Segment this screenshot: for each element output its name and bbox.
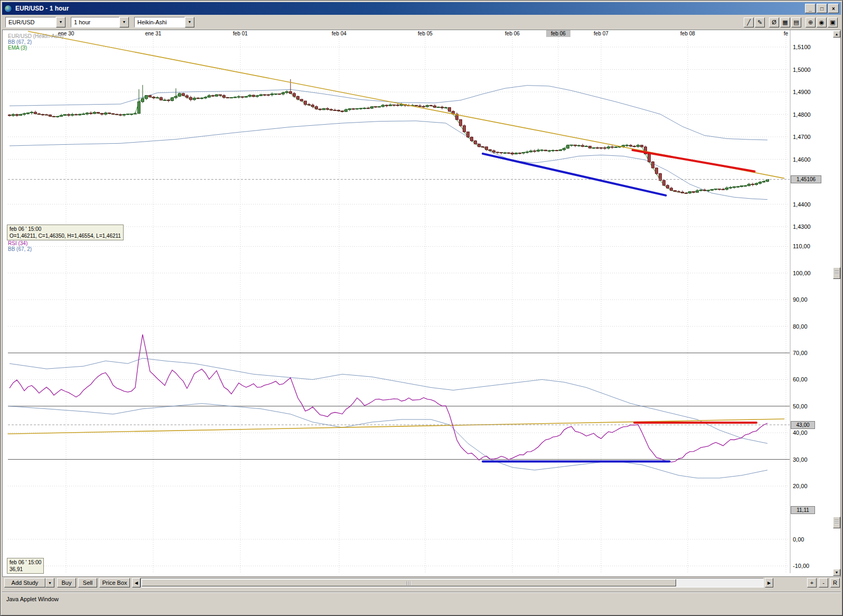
svg-text:-10,00: -10,00 <box>793 563 809 569</box>
draw-line-tool-icon[interactable]: ╱ <box>744 17 754 27</box>
svg-text:feb 06: feb 06 <box>505 31 520 36</box>
svg-text:0,00: 0,00 <box>793 536 804 543</box>
sell-button[interactable]: Sell <box>78 578 97 587</box>
price-axis-labels: 1,51001,50001,49001,48001,47001,46001,44… <box>793 44 811 230</box>
scroll-right-button[interactable]: ▶ <box>765 578 773 587</box>
thumb-grip-icon <box>835 270 839 275</box>
rsi-pane-legend: RSI (34)BB (67, 2) <box>8 240 32 252</box>
maximize-button[interactable]: □ <box>817 4 827 13</box>
price-pane-legend: EUR/USD (Heikin-Ashi)BB (67, 2)EMA (3) <box>8 33 63 51</box>
timeframe-dropdown-arrow-icon[interactable]: ▼ <box>119 17 129 27</box>
date-axis-labels: ene 30ene 31feb 01feb 04feb 05feb 06feb … <box>58 30 789 37</box>
svg-text:100,00: 100,00 <box>793 270 811 276</box>
rsi-tooltip-value: 36,91 <box>10 566 41 573</box>
rsi-tooltip: feb 06 ' 15:00 36,91 <box>7 558 44 574</box>
price-bollinger-bands <box>10 86 767 200</box>
symbol-value[interactable]: EUR/USD <box>5 17 56 27</box>
legend-item: EUR/USD (Heikin-Ashi) <box>8 33 63 39</box>
svg-text:40,00: 40,00 <box>793 430 808 436</box>
svg-text:feb 06: feb 06 <box>551 31 566 36</box>
snap-magnet-icon[interactable]: ◉ <box>817 17 827 27</box>
bottom-toolbar: Add Study ▼ Buy Sell Price Box ◀ ▶ + - R <box>2 577 841 589</box>
window-title: EUR/USD - 1 hour <box>15 5 804 12</box>
svg-text:60,00: 60,00 <box>793 376 808 382</box>
svg-text:80,00: 80,00 <box>793 323 808 330</box>
chart-style-value[interactable]: Heikin-Ashi <box>134 17 185 27</box>
svg-text:1,4700: 1,4700 <box>793 134 811 140</box>
trendline-yellow-rsi[interactable] <box>8 419 785 434</box>
price-tooltip-datetime: feb 06 ' 15:00 <box>10 226 121 232</box>
main-toolbar: EUR/USD ▼ 1 hour ▼ Heikin-Ashi ▼ ╱✎Ø▦▤⊕◉… <box>2 15 841 30</box>
symbol-dropdown-arrow-icon[interactable]: ▼ <box>56 17 65 27</box>
rsi-line <box>10 334 767 462</box>
data-table-icon[interactable]: ▤ <box>791 17 801 27</box>
svg-text:feb 07: feb 07 <box>594 31 608 36</box>
chart-style-combobox[interactable]: Heikin-Ashi ▼ <box>134 17 194 27</box>
symbol-combobox[interactable]: EUR/USD ▼ <box>5 17 65 27</box>
clear-drawings-icon[interactable]: Ø <box>769 17 779 27</box>
rsi-level-lines <box>8 353 790 460</box>
edit-drawings-icon[interactable]: ✎ <box>755 17 765 27</box>
thumb-grip-icon <box>407 581 411 585</box>
rsi-low-badge: 11,11 <box>791 506 815 514</box>
rsi-bollinger-bands <box>10 358 767 478</box>
svg-text:110,00: 110,00 <box>793 243 810 249</box>
svg-text:50,00: 50,00 <box>793 403 808 409</box>
legend-item: BB (67, 2) <box>8 39 63 45</box>
legend-item: BB (67, 2) <box>8 246 32 252</box>
crosshair-icon[interactable]: ⊕ <box>805 17 816 27</box>
ema-line <box>10 91 767 193</box>
candles <box>8 79 769 194</box>
gridlines <box>8 37 790 573</box>
toolbar-icon-group: ╱✎Ø▦▤⊕◉▣ <box>743 17 838 27</box>
legend-item: RSI (34) <box>8 240 32 246</box>
scroll-down-button[interactable]: ▼ <box>833 569 840 576</box>
close-button[interactable]: × <box>828 4 839 13</box>
svg-text:70,00: 70,00 <box>793 350 808 356</box>
grid-icon[interactable]: ▦ <box>780 17 790 27</box>
pane-splitter-handle[interactable] <box>833 517 840 528</box>
status-text: Java Applet Window <box>2 592 841 606</box>
svg-text:feb 05: feb 05 <box>418 31 433 36</box>
svg-text:1,4900: 1,4900 <box>793 89 811 95</box>
timeframe-value[interactable]: 1 hour <box>71 17 119 27</box>
trendline-red-price[interactable] <box>633 150 755 171</box>
rsi-current-badge: 43,00 <box>791 421 815 429</box>
vertical-scrollbar-thumb[interactable] <box>833 267 840 279</box>
chart-area[interactable]: ene 30ene 31feb 01feb 04feb 05feb 06feb … <box>2 30 841 577</box>
legend-item: EMA (3) <box>8 45 63 51</box>
svg-text:30,00: 30,00 <box>793 456 808 463</box>
titlebar[interactable]: EUR/USD - 1 hour _ □ × <box>2 2 841 15</box>
svg-text:feb 01: feb 01 <box>233 31 248 36</box>
status-bar: Java Applet Window <box>2 592 841 614</box>
horizontal-scrollbar-thumb[interactable] <box>142 579 676 586</box>
application-window: EUR/USD - 1 hour _ □ × EUR/USD ▼ 1 hour … <box>0 0 843 616</box>
vertical-scrollbar[interactable]: ▲ ▼ <box>833 31 840 576</box>
svg-text:feb 08: feb 08 <box>680 31 695 36</box>
minimize-button[interactable]: _ <box>805 4 816 13</box>
chart-style-dropdown-arrow-icon[interactable]: ▼ <box>185 17 194 27</box>
horizontal-scrollbar[interactable] <box>140 578 764 587</box>
duplicate-window-icon[interactable]: ▣ <box>828 17 838 27</box>
price-box-button[interactable]: Price Box <box>99 578 130 587</box>
reset-button[interactable]: R <box>830 578 840 587</box>
zoom-out-button[interactable]: - <box>819 578 828 587</box>
svg-text:1,4600: 1,4600 <box>793 156 811 163</box>
scroll-left-button[interactable]: ◀ <box>132 578 140 587</box>
rsi-axis-labels: 110,00100,0090,0080,0070,0060,0050,0040,… <box>793 243 811 569</box>
add-study-dropdown-icon[interactable]: ▼ <box>45 578 54 587</box>
svg-text:1,4800: 1,4800 <box>793 111 811 118</box>
rsi-tooltip-datetime: feb 06 ' 15:00 <box>10 559 41 566</box>
svg-text:90,00: 90,00 <box>793 296 808 303</box>
svg-text:ene 31: ene 31 <box>145 31 162 36</box>
zoom-in-button[interactable]: + <box>807 578 817 587</box>
app-icon <box>4 5 12 13</box>
price-tooltip-ohlc: O=1,46211, C=1,46350, H=1,46554, L=1,462… <box>10 232 121 239</box>
trendline-blue-price[interactable] <box>483 154 666 195</box>
chart-canvas[interactable]: ene 30ene 31feb 01feb 04feb 05feb 06feb … <box>3 30 841 577</box>
scroll-up-button[interactable]: ▲ <box>833 31 840 38</box>
add-study-button[interactable]: Add Study <box>4 578 45 587</box>
svg-text:1,5100: 1,5100 <box>793 44 811 50</box>
timeframe-combobox[interactable]: 1 hour ▼ <box>71 17 129 27</box>
buy-button[interactable]: Buy <box>57 578 76 587</box>
